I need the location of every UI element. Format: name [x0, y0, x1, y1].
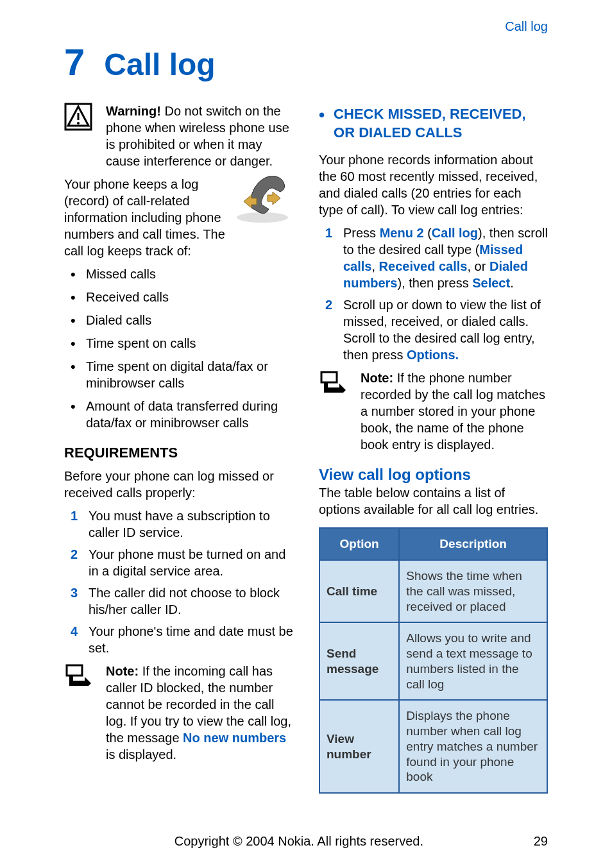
- requirement-item: Your phone must be turned on and in a di…: [71, 546, 293, 579]
- note-label: Note:: [106, 664, 139, 678]
- tracked-items-list: Missed calls Received calls Dialed calls…: [64, 266, 293, 431]
- page-footer: Copyright © 2004 Nokia. All rights reser…: [64, 834, 548, 849]
- intro-text: Your phone keeps a log (record) of call-…: [64, 177, 225, 258]
- frag: Press: [343, 226, 380, 240]
- note-key: No new numbers: [183, 731, 286, 745]
- option-desc: Allows you to write and send a text mess…: [399, 622, 547, 700]
- option-label: View number: [319, 700, 399, 793]
- requirements-intro: Before your phone can log missed or rece…: [64, 468, 293, 501]
- section-heading-text: CHECK MISSED, RECEIVED, OR DIALED CALLS: [334, 105, 548, 142]
- options-table: Option Description Call time Shows the t…: [319, 527, 548, 794]
- list-item: Dialed calls: [71, 312, 293, 328]
- warning-block: Warning! Do not switch on the phone when…: [64, 103, 293, 169]
- table-row: View number Displays the phone number wh…: [319, 700, 547, 793]
- note-arrow-icon: [64, 663, 96, 763]
- requirements-list: You must have a subscription to caller I…: [64, 507, 293, 656]
- subsection-heading: View call log options: [319, 464, 548, 484]
- frag: .: [510, 276, 514, 290]
- list-item: Time spent on calls: [71, 335, 293, 352]
- frag: , or: [467, 259, 489, 273]
- note-block-1: Note: If the incoming call has caller ID…: [64, 663, 293, 763]
- chapter-title-text: Call log: [104, 47, 215, 82]
- section-heading: • CHECK MISSED, RECEIVED, OR DIALED CALL…: [319, 105, 548, 142]
- svg-point-3: [77, 122, 80, 124]
- step-item: Press Menu 2 (Call log), then scroll to …: [325, 225, 548, 291]
- requirement-text: You must have a subscription to caller I…: [89, 507, 293, 541]
- table-row: Send message Allows you to write and sen…: [319, 622, 547, 700]
- svg-rect-6: [321, 372, 337, 382]
- phone-with-arrows-icon: [232, 176, 293, 224]
- frag: ,: [371, 259, 378, 273]
- list-item: Missed calls: [71, 266, 293, 282]
- key-text: Received calls: [379, 259, 468, 273]
- frag: (: [424, 226, 432, 240]
- option-desc: Shows the time when the call was missed,…: [399, 560, 547, 622]
- steps-list: Press Menu 2 (Call log), then scroll to …: [319, 225, 548, 363]
- warning-icon: [64, 103, 96, 169]
- svg-point-4: [237, 212, 288, 223]
- list-item: Amount of data transferred during data/f…: [71, 398, 293, 431]
- page: Call log 7 Call log Warning! Do not swit…: [0, 0, 612, 868]
- requirements-heading: REQUIREMENTS: [64, 444, 293, 463]
- requirement-item: The caller did not choose to block his/h…: [71, 584, 293, 618]
- right-column: • CHECK MISSED, RECEIVED, OR DIALED CALL…: [319, 103, 548, 794]
- table-header-option: Option: [319, 528, 399, 560]
- left-column: Warning! Do not switch on the phone when…: [64, 103, 293, 794]
- table-header-description: Description: [399, 528, 547, 560]
- key-text: Select: [472, 276, 510, 290]
- note-text-2: Note: If the phone number recorded by th…: [361, 370, 548, 453]
- key-text: Call log: [432, 226, 478, 240]
- step-item: Scroll up or down to view the list of mi…: [325, 296, 548, 363]
- step-text: Press Menu 2 (Call log), then scroll to …: [343, 225, 548, 291]
- subsection-intro: The table below contains a list of optio…: [319, 484, 548, 518]
- content-columns: Warning! Do not switch on the phone when…: [64, 103, 548, 794]
- step-text: Scroll up or down to view the list of mi…: [343, 296, 548, 363]
- note-text-1: Note: If the incoming call has caller ID…: [106, 663, 293, 763]
- running-head: Call log: [64, 19, 548, 34]
- option-label: Call time: [319, 560, 399, 622]
- chapter-heading: 7 Call log: [64, 40, 548, 83]
- requirement-item: Your phone's time and date must be set.: [71, 623, 293, 656]
- list-item: Time spent on digital data/fax or minibr…: [71, 358, 293, 391]
- intro-paragraph: Your phone keeps a log (record) of call-…: [64, 176, 293, 259]
- requirement-text: Your phone must be turned on and in a di…: [89, 546, 293, 579]
- key-text: Menu 2: [380, 226, 424, 240]
- section-bullet-icon: •: [319, 106, 325, 123]
- requirement-text: The caller did not choose to block his/h…: [89, 584, 293, 618]
- requirement-text: Your phone's time and date must be set.: [89, 623, 293, 656]
- page-number: 29: [534, 834, 548, 849]
- option-label: Send message: [319, 622, 399, 700]
- warning-label: Warning!: [106, 104, 161, 118]
- requirement-item: You must have a subscription to caller I…: [71, 507, 293, 541]
- note-arrow-icon: [319, 370, 351, 453]
- copyright-text: Copyright © 2004 Nokia. All rights reser…: [64, 834, 534, 849]
- frag: ), then press: [397, 276, 472, 290]
- chapter-number: 7: [64, 40, 85, 83]
- note-label: Note:: [361, 371, 393, 385]
- note-block-2: Note: If the phone number recorded by th…: [319, 370, 548, 453]
- svg-rect-5: [67, 665, 82, 676]
- table-row: Call time Shows the time when the call w…: [319, 560, 547, 622]
- list-item: Received calls: [71, 289, 293, 305]
- option-desc: Displays the phone number when call log …: [399, 700, 547, 793]
- key-text: Options.: [407, 348, 459, 362]
- note-body-b: is displayed.: [106, 747, 176, 762]
- section-intro: Your phone records information about the…: [319, 151, 548, 218]
- warning-text: Warning! Do not switch on the phone when…: [106, 103, 293, 169]
